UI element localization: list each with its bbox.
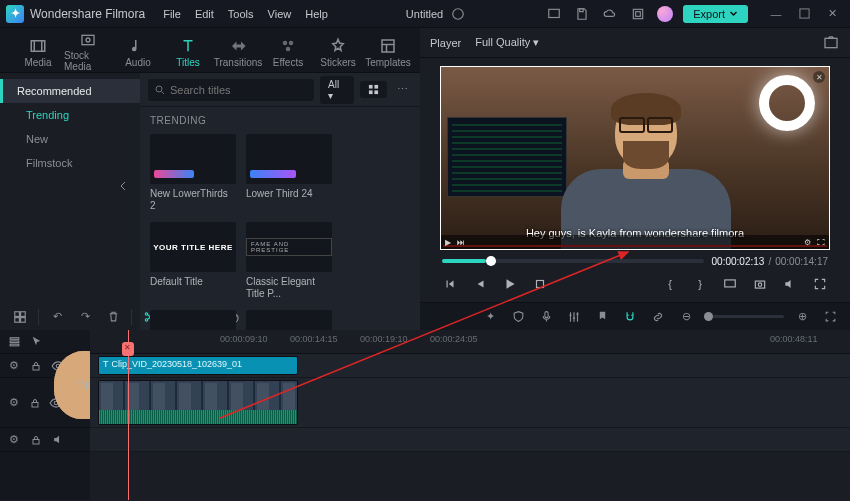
close-icon[interactable]: ✕ <box>820 5 844 23</box>
svg-point-27 <box>145 312 147 314</box>
zoom-fit-icon[interactable] <box>820 307 840 327</box>
svg-rect-3 <box>634 9 643 18</box>
undo-icon[interactable]: ↶ <box>47 307 67 327</box>
collapse-sidenav-icon[interactable] <box>114 177 132 195</box>
mic-icon[interactable] <box>536 307 556 327</box>
title-card[interactable]: YOUR TITLE HEREDefault Title <box>150 222 236 300</box>
tab-audio[interactable]: Audio <box>114 32 162 72</box>
tracks-area[interactable]: 00:00:09:10 00:00:14:15 00:00:19:10 00:0… <box>90 330 850 500</box>
app-logo-icon: ✦ <box>6 5 24 23</box>
cursor-icon[interactable] <box>28 334 44 350</box>
player-tab[interactable]: Player <box>430 37 461 49</box>
redo-icon[interactable]: ↷ <box>75 307 95 327</box>
svg-point-28 <box>145 318 147 320</box>
zoom-slider[interactable] <box>704 315 784 318</box>
zoom-in-icon[interactable]: ⊕ <box>792 307 812 327</box>
ring-light-icon <box>759 75 815 131</box>
menu-help[interactable]: Help <box>305 8 328 20</box>
delete-icon[interactable] <box>103 307 123 327</box>
time-ruler[interactable]: 00:00:09:10 00:00:14:15 00:00:19:10 00:0… <box>90 330 850 354</box>
svg-rect-18 <box>825 38 837 47</box>
layout-icon[interactable] <box>545 5 563 23</box>
more-options-icon[interactable]: ⋯ <box>393 83 412 96</box>
track-manager-icon[interactable] <box>6 334 22 350</box>
magnet-icon[interactable] <box>620 307 640 327</box>
stop-icon[interactable] <box>530 274 550 294</box>
title-card[interactable]: Lower Third 24 <box>246 134 332 212</box>
shield-icon[interactable] <box>508 307 528 327</box>
svg-point-0 <box>453 8 464 19</box>
svg-rect-5 <box>799 9 808 18</box>
history-icon[interactable] <box>629 5 647 23</box>
title-card[interactable]: New LowerThirds 2 <box>150 134 236 212</box>
tab-templates[interactable]: Templates <box>364 32 412 72</box>
tab-media[interactable]: Media <box>14 32 62 72</box>
search-input[interactable] <box>148 79 314 101</box>
track-video[interactable] <box>90 378 850 428</box>
menu-tools[interactable]: Tools <box>228 8 254 20</box>
snapshot-icon[interactable] <box>822 34 840 52</box>
menu-view[interactable]: View <box>268 8 292 20</box>
play-backward-icon[interactable] <box>470 274 490 294</box>
view-grid-icon[interactable] <box>360 81 387 98</box>
lock-icon[interactable] <box>28 432 44 448</box>
auto-icon[interactable]: ✦ <box>480 307 500 327</box>
svg-rect-34 <box>10 344 19 346</box>
track-audio[interactable] <box>90 428 850 452</box>
svg-rect-16 <box>369 90 373 94</box>
save-icon[interactable] <box>573 5 591 23</box>
zoom-out-icon[interactable]: ⊖ <box>676 307 696 327</box>
track-settings-icon[interactable]: ⚙ <box>6 432 22 448</box>
playhead[interactable] <box>128 330 129 500</box>
sidenav-recommended[interactable]: Recommended <box>0 79 140 103</box>
export-button[interactable]: Export <box>683 5 748 23</box>
link-icon[interactable] <box>648 307 668 327</box>
marker-icon[interactable] <box>592 307 612 327</box>
svg-rect-2 <box>580 8 584 11</box>
toolbar-dashboard-icon[interactable] <box>10 307 30 327</box>
mark-in-icon[interactable]: { <box>660 274 680 294</box>
tab-transitions[interactable]: Transitions <box>214 32 262 72</box>
sidenav-trending[interactable]: Trending <box>0 103 140 127</box>
sidenav-filmstock[interactable]: Filmstock <box>0 151 140 175</box>
mute-icon[interactable] <box>50 432 66 448</box>
tab-stickers[interactable]: Stickers <box>314 32 362 72</box>
display-settings-icon[interactable] <box>720 274 740 294</box>
menu-edit[interactable]: Edit <box>195 8 214 20</box>
maximize-icon[interactable] <box>792 5 816 23</box>
title-card[interactable]: FAME AND PRESTIGEClassic Elegant Title P… <box>246 222 332 300</box>
fullscreen-icon[interactable] <box>810 274 830 294</box>
track-settings-icon[interactable]: ⚙ <box>6 358 22 374</box>
scrub-bar[interactable]: 00:00:02:13/00:00:14:17 <box>420 252 850 270</box>
track-settings-icon[interactable]: ⚙ <box>6 395 21 411</box>
menu-file[interactable]: File <box>163 8 181 20</box>
tab-titles[interactable]: Titles <box>164 32 212 72</box>
mark-out-icon[interactable]: } <box>690 274 710 294</box>
filter-all[interactable]: All ▾ <box>320 76 354 104</box>
tab-stock-media[interactable]: Stock Media <box>64 32 112 72</box>
prev-frame-icon[interactable] <box>440 274 460 294</box>
cloud-sync-icon[interactable] <box>449 5 467 23</box>
track-text[interactable]: TClip_VID_20230518_102639_01 <box>90 354 850 378</box>
sidenav-new[interactable]: New <box>0 127 140 151</box>
play-icon[interactable] <box>500 274 520 294</box>
lock-icon[interactable] <box>27 395 42 411</box>
lock-icon[interactable] <box>28 358 44 374</box>
svg-rect-23 <box>15 311 20 316</box>
preview-viewport[interactable]: Hey guys, is Kayla from wondershare film… <box>440 66 830 250</box>
quality-dropdown[interactable]: Full Quality ▾ <box>475 36 539 49</box>
volume-icon[interactable] <box>780 274 800 294</box>
embedded-player-controls[interactable]: ▶⏭⚙⛶ <box>441 235 829 249</box>
cloud-icon[interactable] <box>601 5 619 23</box>
avatar[interactable] <box>657 6 673 22</box>
project-title: Untitled <box>406 8 443 20</box>
minimize-icon[interactable]: — <box>764 5 788 23</box>
titlebar: ✦ Wondershare Filmora File Edit Tools Vi… <box>0 0 850 28</box>
library-panel: Media Stock Media Audio Titles Transitio… <box>0 28 420 302</box>
svg-point-11 <box>286 46 291 51</box>
search-field[interactable] <box>170 84 308 96</box>
snapshot2-icon[interactable] <box>750 274 770 294</box>
tab-effects[interactable]: Effects <box>264 32 312 72</box>
mixer-icon[interactable] <box>564 307 584 327</box>
preview-close-icon[interactable]: ✕ <box>813 71 825 83</box>
